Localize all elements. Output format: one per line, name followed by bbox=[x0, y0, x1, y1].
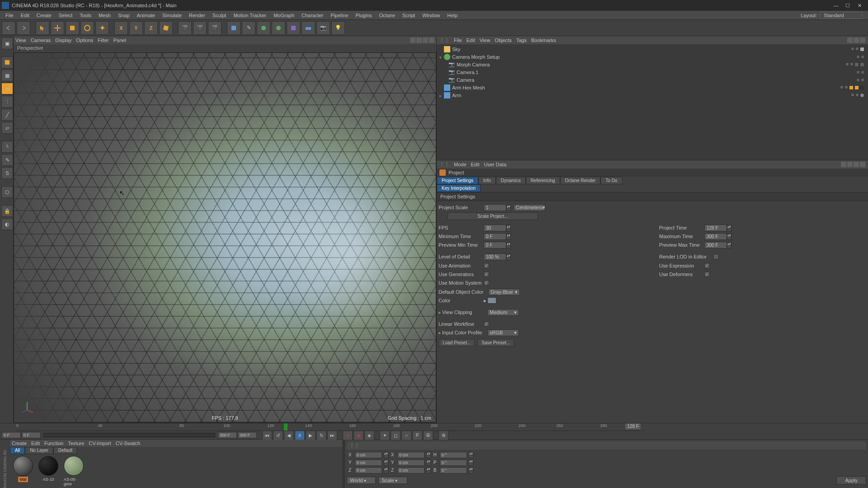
vp-nav-rotate-icon[interactable] bbox=[423, 38, 428, 43]
pause-button[interactable]: ⏸ bbox=[295, 430, 305, 440]
next-frame-button[interactable]: ▶ bbox=[306, 430, 316, 440]
attr-menu-userdata[interactable]: User Data bbox=[484, 162, 507, 167]
tweak-mode[interactable]: ✎ bbox=[1, 154, 13, 166]
mat-menu-create[interactable]: Create bbox=[12, 441, 27, 446]
coord-rot-b[interactable] bbox=[440, 467, 467, 474]
vp-menu-view[interactable]: View bbox=[15, 38, 26, 43]
vp-menu-cameras[interactable]: Cameras bbox=[31, 38, 51, 43]
mat-tab-all[interactable]: All bbox=[10, 447, 25, 454]
menu-edit[interactable]: Edit bbox=[17, 12, 33, 19]
add-nurbs[interactable] bbox=[257, 21, 270, 35]
material-as05[interactable]: AS-05-gree bbox=[62, 456, 85, 487]
coord-mode-dropdown[interactable]: Scale ▾ bbox=[378, 477, 407, 484]
mat-menu-function[interactable]: Function bbox=[44, 441, 63, 446]
scale-project-button[interactable]: Scale Project... bbox=[448, 212, 538, 220]
edge-mode[interactable]: ╱ bbox=[1, 109, 13, 121]
obj-row-arm[interactable]: ▸Arm bbox=[438, 91, 867, 99]
add-light[interactable]: 💡 bbox=[331, 21, 345, 35]
lock-icon[interactable] bbox=[860, 162, 865, 167]
home-icon[interactable] bbox=[854, 38, 859, 43]
goto-prev-key-button[interactable]: ↺ bbox=[273, 430, 283, 440]
field-end-frame[interactable] bbox=[218, 432, 237, 438]
goto-start-button[interactable]: ⏮ bbox=[262, 430, 272, 440]
search-icon[interactable] bbox=[847, 38, 853, 43]
coord-pos-x[interactable] bbox=[355, 452, 382, 458]
menu-window[interactable]: Window bbox=[419, 12, 443, 19]
render-settings[interactable]: 🎬 bbox=[193, 21, 207, 35]
axis-mode[interactable]: └ bbox=[1, 141, 13, 153]
coord-rot-p[interactable] bbox=[440, 460, 467, 466]
field-project-scale[interactable] bbox=[484, 204, 506, 211]
workplane-mode[interactable]: ▭ bbox=[1, 83, 13, 94]
locked-mode[interactable]: 🔒 bbox=[1, 205, 13, 217]
goto-next-key-button[interactable]: ↻ bbox=[316, 430, 326, 440]
field-start-frame[interactable] bbox=[2, 432, 21, 438]
menu-render[interactable]: Render bbox=[185, 12, 209, 19]
coord-system[interactable] bbox=[159, 21, 173, 35]
menu-simulate[interactable]: Simulate bbox=[159, 12, 185, 19]
apply-button[interactable]: Apply bbox=[836, 476, 866, 484]
field-cur-frame[interactable] bbox=[22, 432, 41, 438]
mat-tab-default[interactable]: Default bbox=[53, 447, 78, 454]
grip-icon[interactable]: ⋮⋮ bbox=[349, 443, 359, 449]
maximize-icon[interactable]: ☐ bbox=[844, 2, 851, 9]
attr-menu-mode[interactable]: Mode bbox=[454, 162, 467, 167]
coord-space-dropdown[interactable]: World ▾ bbox=[347, 477, 376, 484]
goto-end-button[interactable]: ⏭ bbox=[327, 430, 337, 440]
tab-key-interp[interactable]: Key Interpolation bbox=[437, 184, 481, 192]
menu-select[interactable]: Select bbox=[55, 12, 76, 19]
select-tool[interactable] bbox=[36, 21, 49, 35]
menu-help[interactable]: Help bbox=[443, 12, 461, 19]
x-axis-lock[interactable]: X bbox=[114, 21, 128, 35]
z-axis-lock[interactable]: Z bbox=[144, 21, 158, 35]
make-editable[interactable]: ▣ bbox=[1, 38, 13, 49]
menu-mesh[interactable]: Mesh bbox=[95, 12, 114, 19]
poly-mode[interactable]: ▱ bbox=[1, 122, 13, 134]
tab-todo[interactable]: To Do bbox=[600, 177, 622, 184]
material-as10[interactable]: AS-10 bbox=[37, 456, 60, 482]
obj-row-camera-morph[interactable]: ▾Camera Morph Setup bbox=[438, 53, 867, 61]
menu-animate[interactable]: Animate bbox=[133, 12, 159, 19]
coord-rot-h[interactable] bbox=[440, 452, 467, 458]
material-mat[interactable]: Mat bbox=[12, 456, 34, 482]
close-icon[interactable]: ✕ bbox=[856, 2, 863, 9]
obj-menu-tags[interactable]: Tags bbox=[516, 38, 527, 43]
mat-menu-cvimport[interactable]: CV-Import bbox=[89, 441, 111, 446]
minimize-icon[interactable]: — bbox=[833, 2, 839, 9]
nav-back-icon[interactable] bbox=[841, 162, 846, 167]
viewport-solo[interactable]: ◐ bbox=[1, 218, 13, 230]
field-lod[interactable] bbox=[484, 253, 506, 260]
tab-info[interactable]: Info bbox=[478, 177, 496, 184]
field-max-time[interactable] bbox=[704, 233, 727, 240]
menu-pipeline[interactable]: Pipeline bbox=[327, 12, 352, 19]
material-shelf[interactable]: Mat AS-10 AS-05-gree bbox=[10, 454, 342, 488]
field-project-time[interactable] bbox=[704, 225, 727, 231]
vp-nav-toggle-icon[interactable] bbox=[429, 38, 434, 43]
grip-icon[interactable]: ⋮⋮ bbox=[439, 38, 449, 43]
vp-menu-options[interactable]: Options bbox=[76, 38, 93, 43]
color-swatch[interactable] bbox=[487, 297, 496, 304]
menu-mograph[interactable]: MoGraph bbox=[270, 12, 298, 19]
vp-nav-zoom-icon[interactable] bbox=[416, 38, 422, 43]
nav-up-icon[interactable] bbox=[854, 162, 859, 167]
model-mode[interactable] bbox=[1, 56, 13, 68]
undo-button[interactable] bbox=[2, 21, 15, 35]
check-render-lod[interactable] bbox=[713, 254, 719, 259]
obj-row-camera-1[interactable]: 📷Camera.1 bbox=[438, 68, 867, 76]
add-camera[interactable]: 📷 bbox=[316, 21, 330, 35]
coord-pos-z[interactable] bbox=[355, 467, 382, 474]
eye-icon[interactable] bbox=[860, 38, 865, 43]
grip-icon[interactable]: ⋮⋮ bbox=[439, 162, 449, 168]
vp-nav-move-icon[interactable] bbox=[410, 38, 415, 43]
dropdown-def-color[interactable]: Gray-Blue▾ bbox=[488, 289, 520, 296]
check-use-def[interactable]: ✓ bbox=[704, 272, 710, 277]
field-min-time[interactable] bbox=[484, 233, 506, 240]
obj-menu-objects[interactable]: Objects bbox=[495, 38, 511, 43]
dropdown-view-clip[interactable]: Medium▾ bbox=[487, 309, 519, 316]
point-mode[interactable]: ⋮ bbox=[1, 96, 13, 108]
menu-tools[interactable]: Tools bbox=[76, 12, 95, 19]
add-deformer[interactable] bbox=[287, 21, 300, 35]
vp-menu-filter[interactable]: Filter bbox=[98, 38, 108, 43]
dropdown-input-profile[interactable]: sRGB▾ bbox=[487, 329, 519, 336]
mat-menu-texture[interactable]: Texture bbox=[68, 441, 84, 446]
